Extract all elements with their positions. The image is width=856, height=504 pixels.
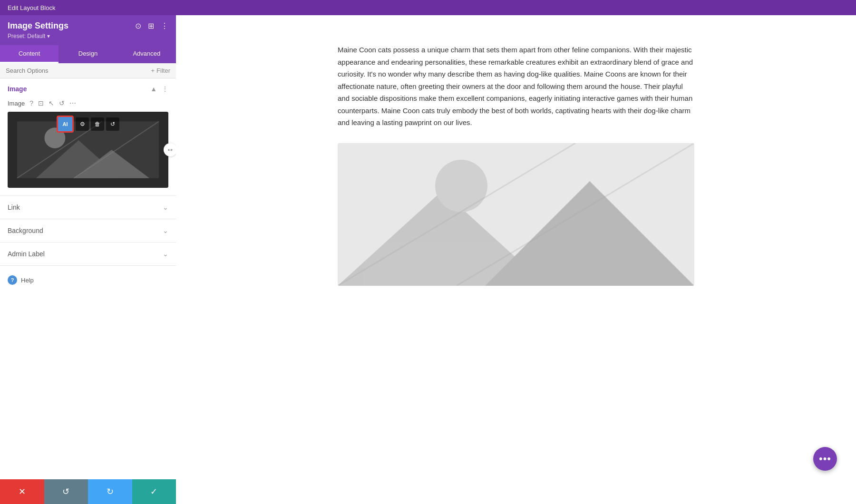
sidebar-content: Image ▲ ⋮ Image ? ⊡ ↖ ↺ ⋯: [0, 78, 176, 479]
image-section-content: Image ? ⊡ ↖ ↺ ⋯: [0, 99, 176, 195]
mobile-icon[interactable]: ⊡: [38, 99, 44, 107]
tab-content[interactable]: Content: [0, 45, 58, 63]
admin-label-section: Admin Label ⌄: [0, 242, 176, 266]
ai-label: AI: [63, 121, 68, 127]
collapse-icon[interactable]: ▲: [150, 85, 157, 93]
undo-icon: ↺: [62, 486, 69, 497]
image-section: Image ▲ ⋮ Image ? ⊡ ↖ ↺ ⋯: [0, 78, 176, 196]
search-bar: + Filter: [0, 63, 176, 78]
resize-handle[interactable]: ↔: [164, 143, 176, 156]
image-section-icons: ▲ ⋮: [150, 85, 168, 93]
link-section-title: Link: [8, 204, 20, 211]
article-text: Maine Coon cats possess a unique charm t…: [338, 44, 694, 129]
image-toolbar: Image ? ⊡ ↖ ↺ ⋯: [8, 99, 168, 107]
focus-icon[interactable]: ⊙: [135, 21, 141, 30]
main-image-placeholder: [338, 143, 694, 286]
cursor-icon[interactable]: ↖: [49, 99, 54, 107]
top-bar: Edit Layout Block: [0, 0, 856, 15]
header-icons: ⊙ ⊞ ⋮: [135, 21, 168, 30]
help-section: ? Help: [0, 266, 176, 294]
admin-label-section-header[interactable]: Admin Label ⌄: [0, 242, 176, 265]
link-section: Link ⌄: [0, 196, 176, 219]
columns-icon[interactable]: ⊞: [148, 21, 154, 30]
fab-button[interactable]: •••: [813, 447, 837, 471]
background-section-header[interactable]: Background ⌄: [0, 219, 176, 242]
cancel-icon: ✕: [19, 486, 26, 497]
tab-design[interactable]: Design: [58, 45, 117, 63]
ai-generate-button[interactable]: AI: [57, 116, 74, 133]
settings-action-icon[interactable]: ⚙: [76, 117, 89, 131]
undo-icon[interactable]: ↺: [59, 99, 65, 107]
ai-overlay: AI ⚙ 🗑 ↺: [57, 116, 119, 133]
help-text[interactable]: Help: [21, 277, 34, 284]
delete-action-icon[interactable]: 🗑: [91, 117, 104, 131]
background-chevron-icon: ⌄: [163, 227, 168, 234]
save-button[interactable]: ✓: [132, 479, 176, 504]
reset-action-icon[interactable]: ↺: [106, 117, 119, 131]
top-bar-title: Edit Layout Block: [8, 4, 55, 11]
background-section: Background ⌄: [0, 219, 176, 242]
cancel-button[interactable]: ✕: [0, 479, 44, 504]
image-placeholder-wrapper: AI ⚙ 🗑 ↺ ↔: [8, 112, 168, 188]
image-placeholder[interactable]: AI ⚙ 🗑 ↺: [8, 112, 168, 188]
undo-button[interactable]: ↺: [44, 479, 88, 504]
more-horiz-icon[interactable]: ⋯: [69, 99, 76, 107]
redo-button[interactable]: ↻: [88, 479, 132, 504]
image-section-header[interactable]: Image ▲ ⋮: [0, 78, 176, 99]
admin-label-section-title: Admin Label: [8, 250, 45, 258]
search-input[interactable]: [6, 67, 147, 74]
link-section-header[interactable]: Link ⌄: [0, 196, 176, 219]
sidebar: Image Settings ⊙ ⊞ ⋮ Preset: Default ▾ C…: [0, 15, 176, 504]
filter-label: Filter: [156, 67, 170, 74]
help-circle-icon[interactable]: ?: [29, 99, 33, 107]
filter-button[interactable]: + Filter: [151, 67, 170, 74]
save-icon: ✓: [150, 486, 157, 497]
tabs-container: Content Design Advanced: [0, 45, 176, 63]
svg-point-10: [435, 160, 487, 212]
sidebar-title: Image Settings: [8, 21, 68, 31]
image-field-label: Image: [8, 100, 25, 107]
main-content: Maine Coon cats possess a unique charm t…: [176, 15, 856, 504]
more-vertical-icon[interactable]: ⋮: [161, 21, 168, 30]
tab-advanced[interactable]: Advanced: [117, 45, 176, 63]
background-section-title: Background: [8, 227, 43, 234]
plus-icon: +: [151, 67, 155, 74]
link-chevron-icon: ⌄: [163, 204, 168, 211]
bottom-toolbar: ✕ ↺ ↻ ✓: [0, 479, 176, 504]
redo-icon: ↻: [107, 486, 114, 497]
fab-icon: •••: [819, 453, 831, 465]
section-more-icon[interactable]: ⋮: [162, 85, 168, 93]
help-icon[interactable]: ?: [8, 275, 17, 285]
admin-label-chevron-icon: ⌄: [163, 250, 168, 258]
image-section-title: Image: [8, 85, 27, 93]
sidebar-header: Image Settings ⊙ ⊞ ⋮ Preset: Default ▾: [0, 15, 176, 45]
preset-label[interactable]: Preset: Default ▾: [8, 33, 168, 39]
